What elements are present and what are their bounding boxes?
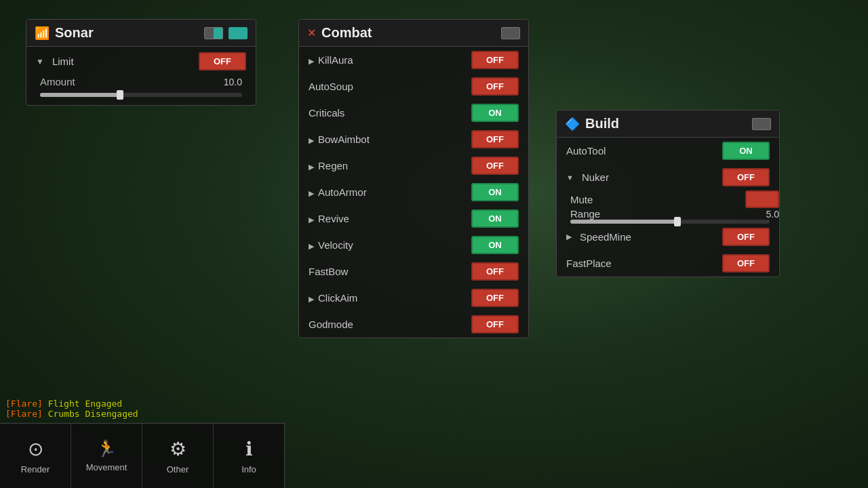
range-label: Range (570, 208, 761, 220)
sonar-slider-row (26, 90, 256, 105)
nuker-arrow: ▼ (566, 174, 574, 182)
fastplace-toggle[interactable]: OFF (722, 254, 770, 272)
combat-row-regen: Regen OFF (299, 152, 528, 179)
combat-row-bowaimbot: BowAimbot OFF (299, 126, 528, 152)
regen-toggle[interactable]: OFF (471, 157, 519, 175)
velocity-toggle[interactable]: ON (471, 236, 519, 254)
build-row-nuker: ▼ Nuker OFF (557, 164, 779, 190)
autosoup-toggle[interactable]: OFF (471, 77, 519, 96)
chat-line-1: [Flare] Flight Engaged (5, 399, 138, 409)
combat-title: Combat (321, 25, 496, 41)
build-toggle[interactable] (752, 118, 771, 130)
nuker-toggle[interactable]: OFF (722, 168, 770, 186)
build-header: 🔷 Build (557, 110, 779, 138)
chat-log: [Flare] Flight Engaged [Flare] Crumbs Di… (0, 396, 144, 422)
amount-label: Amount (40, 76, 218, 87)
fastplace-label: FastPlace (566, 258, 717, 269)
other-label: Other (167, 464, 189, 474)
build-row-fastplace: FastPlace OFF (557, 250, 779, 277)
mute-label: Mute (570, 194, 740, 205)
sonar-header: 📶 Sonar (26, 20, 256, 47)
combat-row-revive: Revive ON (299, 205, 528, 232)
sonar-limit-row: ▼ Limit OFF (26, 47, 256, 73)
autoarmor-label: AutoArmor (309, 186, 466, 198)
build-row-mute: Mute (557, 190, 779, 208)
criticals-toggle[interactable]: ON (471, 104, 519, 122)
amount-value: 10.0 (224, 77, 242, 87)
revive-toggle[interactable]: ON (471, 209, 519, 228)
nav-movement[interactable]: 🏃 Movement (71, 424, 142, 488)
render-label: Render (21, 464, 50, 474)
clickaim-toggle[interactable]: OFF (471, 289, 519, 307)
chat-prefix-2: [Flare] (5, 409, 43, 419)
build-row-autotool: AutoTool ON (557, 138, 779, 164)
godmode-label: Godmode (309, 319, 466, 330)
build-icon: 🔷 (565, 117, 580, 131)
range-slider-fill (570, 220, 680, 224)
chat-line-2: [Flare] Crumbs Disengaged (5, 409, 138, 419)
fastbow-toggle[interactable]: OFF (471, 262, 519, 281)
sonar-amount-row: Amount 10.0 (26, 73, 256, 90)
info-icon: ℹ (245, 438, 253, 460)
range-slider-thumb[interactable] (674, 217, 681, 226)
velocity-label: Velocity (309, 239, 466, 251)
speedmine-toggle[interactable]: OFF (722, 228, 770, 246)
combat-row-killaura: KillAura OFF (299, 47, 528, 73)
sonar-slider-fill (40, 93, 121, 97)
render-icon: ⊙ (28, 438, 43, 460)
combat-row-autoarmor: AutoArmor ON (299, 179, 528, 205)
killaura-label: KillAura (309, 54, 466, 66)
regen-label: Regen (309, 160, 466, 171)
autotool-toggle[interactable]: ON (722, 142, 770, 160)
combat-row-fastbow: FastBow OFF (299, 258, 528, 285)
sonar-panel: 📶 Sonar ▼ Limit OFF Amount 10.0 (26, 19, 256, 106)
sonar-toggle-half[interactable] (204, 27, 223, 39)
range-value: 5.0 (766, 209, 779, 220)
sonar-title: Sonar (55, 25, 199, 41)
bowaimbot-label: BowAimbot (309, 134, 466, 145)
revive-label: Revive (309, 213, 466, 224)
chat-text-2: Crumbs Disengaged (48, 409, 138, 419)
build-row-speedmine: ▶ SpeedMine OFF (557, 224, 779, 250)
combat-row-autosoup: AutoSoup OFF (299, 73, 528, 100)
combat-header: ✕ Combat (299, 20, 528, 47)
nav-info[interactable]: ℹ Info (214, 424, 284, 488)
combat-row-godmode: Godmode OFF (299, 311, 528, 338)
movement-icon: 🏃 (96, 439, 117, 458)
movement-label: Movement (86, 462, 127, 472)
clickaim-label: ClickAim (309, 292, 466, 304)
gear-icon: ⚙ (170, 438, 186, 460)
combat-row-velocity: Velocity ON (299, 232, 528, 258)
nav-other[interactable]: ⚙ Other (142, 424, 214, 488)
bowaimbot-toggle[interactable]: OFF (471, 130, 519, 148)
limit-toggle[interactable]: OFF (199, 52, 246, 70)
speedmine-arrow: ▶ (566, 232, 572, 241)
sonar-slider-track[interactable] (40, 93, 242, 97)
fastbow-label: FastBow (309, 266, 466, 277)
combat-row-criticals: Criticals ON (299, 100, 528, 126)
combat-toggle[interactable] (501, 27, 520, 39)
bottom-nav: ⊙ Render 🏃 Movement ⚙ Other ℹ Info (0, 423, 285, 488)
range-slider-row (557, 220, 779, 224)
combat-panel: ✕ Combat KillAura OFF AutoSoup OFF Criti… (298, 19, 529, 338)
arrow-down-icon: ▼ (36, 57, 44, 66)
sonar-toggle-teal[interactable] (229, 27, 248, 39)
build-panel: 🔷 Build AutoTool ON ▼ Nuker OFF Mute Ran… (556, 110, 780, 277)
combat-icon: ✕ (307, 26, 316, 39)
autotool-label: AutoTool (566, 145, 717, 157)
mute-toggle[interactable] (745, 190, 779, 208)
autosoup-label: AutoSoup (309, 81, 466, 92)
build-title: Build (585, 116, 747, 131)
chat-prefix-1: [Flare] (5, 399, 43, 409)
nav-render[interactable]: ⊙ Render (0, 424, 71, 488)
build-row-range: Range 5.0 (557, 208, 779, 220)
speedmine-label: SpeedMine (580, 231, 717, 243)
killaura-toggle[interactable]: OFF (471, 51, 519, 69)
godmode-toggle[interactable]: OFF (471, 315, 519, 333)
limit-label: Limit (52, 56, 193, 67)
sonar-slider-thumb[interactable] (117, 90, 123, 100)
autoarmor-toggle[interactable]: ON (471, 183, 519, 201)
wifi-icon: 📶 (35, 26, 50, 41)
info-label: Info (241, 464, 256, 474)
range-slider-track[interactable] (570, 220, 770, 224)
